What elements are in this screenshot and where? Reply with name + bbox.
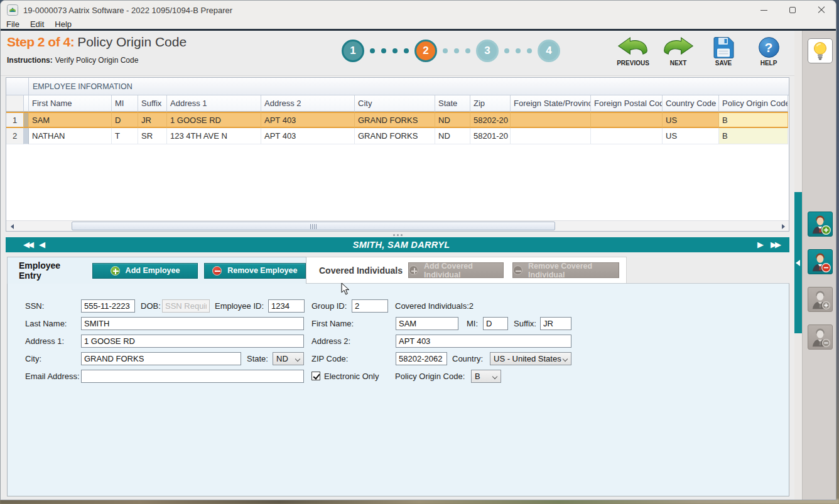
row2-first-name[interactable]: NATHAN (29, 128, 112, 144)
row2-state[interactable]: ND (435, 128, 470, 144)
instructions: Instructions:Verify Policy Origin Code (7, 56, 138, 65)
next-button[interactable]: NEXT (661, 33, 695, 67)
row2-city[interactable]: GRAND FORKS (355, 128, 435, 144)
col-policy-origin[interactable]: Policy Origin Code (719, 95, 788, 112)
maximize-button[interactable] (778, 1, 807, 19)
suffix-label: Suffix: (514, 317, 536, 330)
sidebar-collapse-handle[interactable] (794, 192, 802, 333)
remove-covered-individual-sidebar-button[interactable] (808, 324, 833, 350)
group-id-input[interactable] (352, 299, 388, 313)
row1-city[interactable]: GRAND FORKS (355, 112, 435, 128)
state-select[interactable]: ND (273, 352, 304, 365)
last-name-input[interactable] (81, 317, 304, 330)
mouse-cursor (341, 282, 350, 296)
col-state[interactable]: State (435, 95, 470, 112)
row2-address2[interactable]: APT 403 (261, 128, 355, 144)
remove-covered-individual-button[interactable]: Remove Covered Individual (512, 262, 619, 278)
menu-file[interactable]: File (6, 19, 19, 29)
grid-horizontal-scrollbar[interactable] (6, 220, 789, 231)
row2-suffix[interactable]: SR (138, 128, 167, 144)
add-employee-sidebar-button[interactable] (808, 212, 833, 237)
row2-foreign-state[interactable] (511, 128, 591, 144)
grid-group-title: EMPLOYEE INFORMATION (29, 78, 133, 95)
tab-band: Employee Entry Add Employee Remove Emplo… (1, 255, 794, 283)
help-button[interactable]: ? HELP (752, 33, 786, 67)
tip-lightbulb-button[interactable] (808, 38, 833, 63)
previous-button[interactable]: PREVIOUS (616, 33, 650, 67)
scroll-left-arrow[interactable] (7, 222, 17, 231)
row2-number[interactable]: 2 (6, 128, 24, 144)
panel-splitter-handle[interactable] (1, 232, 794, 237)
row2-policy-origin[interactable]: B (719, 128, 788, 144)
policy-origin-code-select[interactable]: B (471, 370, 501, 383)
mi-input[interactable] (483, 317, 508, 330)
col-city[interactable]: City (355, 95, 435, 112)
city-input[interactable] (81, 352, 241, 365)
employee-id-input[interactable] (268, 299, 305, 313)
row1-policy-origin[interactable]: B (719, 112, 788, 128)
menu-bar: File Edit Help (1, 19, 836, 31)
row1-foreign-state[interactable] (511, 112, 591, 128)
electronic-only-checkbox[interactable] (311, 372, 320, 380)
row2-indicator (24, 128, 29, 144)
current-record-name: SMITH, SAM DARRYL (45, 240, 757, 250)
row1-state[interactable]: ND (435, 112, 470, 128)
row1-zip[interactable]: 58202-20 (470, 112, 511, 128)
add-employee-button[interactable]: Add Employee (92, 263, 197, 279)
row2-mi[interactable]: T (112, 128, 138, 144)
row1-first-name[interactable]: SAM (29, 112, 112, 128)
col-foreign-state[interactable]: Foreign State/Province (511, 95, 591, 112)
first-name-input[interactable] (396, 317, 458, 330)
col-address2[interactable]: Address 2 (261, 95, 355, 112)
col-first-name[interactable]: First Name (29, 95, 112, 112)
zip-input[interactable] (396, 352, 447, 365)
address1-input[interactable] (81, 335, 304, 348)
next-record-button[interactable]: ▶ (757, 237, 764, 252)
minimize-button[interactable] (749, 1, 778, 19)
policy-origin-code-label: Policy Origin Code: (395, 370, 465, 383)
menu-help[interactable]: Help (55, 19, 72, 29)
close-button[interactable] (807, 1, 836, 19)
row2-foreign-postal[interactable] (591, 128, 663, 144)
add-covered-individual-sidebar-button[interactable] (808, 287, 833, 312)
last-record-button[interactable]: ▶▶ (771, 237, 779, 252)
row1-address2[interactable]: APT 403 (261, 112, 355, 128)
remove-covered-individual-label: Remove Covered Individual (528, 262, 619, 279)
row2-country[interactable]: US (663, 128, 719, 144)
menu-edit[interactable]: Edit (30, 19, 44, 29)
suffix-input[interactable] (540, 317, 571, 330)
col-address1[interactable]: Address 1 (167, 95, 261, 112)
dob-input[interactable] (162, 299, 210, 313)
save-button[interactable]: SAVE (706, 33, 740, 67)
ssn-input[interactable] (81, 299, 135, 313)
row1-suffix[interactable]: JR (138, 112, 167, 128)
row2-address1[interactable]: 123 4TH AVE N (167, 128, 261, 144)
row1-foreign-postal[interactable] (591, 112, 663, 128)
address1-label: Address 1: (25, 335, 64, 348)
country-select[interactable]: US - United States (490, 352, 571, 365)
col-foreign-postal[interactable]: Foreign Postal Code (591, 95, 663, 112)
row1-address1[interactable]: 1 GOOSE RD (167, 112, 261, 128)
previous-record-button[interactable]: ◀ (39, 237, 45, 252)
row1-mi[interactable]: D (112, 112, 138, 128)
row1-number[interactable]: 1 (6, 112, 24, 128)
remove-employee-sidebar-button[interactable] (808, 249, 833, 274)
address2-input[interactable] (396, 335, 571, 348)
scrollbar-thumb[interactable] (72, 222, 555, 230)
col-mi[interactable]: MI (112, 95, 138, 112)
page-title: Step 2 of 4:Policy Origin Code (7, 35, 187, 50)
tab-covered-individuals[interactable]: Covered Individuals Add Covered Individu… (306, 257, 627, 283)
plus-icon (409, 265, 418, 275)
tab-employee-entry[interactable]: Employee Entry Add Employee Remove Emplo… (7, 257, 306, 284)
first-record-button[interactable]: ◀◀ (23, 237, 32, 252)
row2-zip[interactable]: 58201-20 (470, 128, 511, 144)
col-suffix[interactable]: Suffix (138, 95, 167, 112)
scroll-right-arrow[interactable] (778, 222, 788, 231)
col-country-code[interactable]: Country Code (663, 95, 719, 112)
row1-country[interactable]: US (663, 112, 719, 128)
dot (443, 48, 448, 53)
remove-employee-button[interactable]: Remove Employee (204, 263, 306, 279)
col-zip[interactable]: Zip (470, 95, 511, 112)
email-input[interactable] (81, 370, 304, 383)
add-covered-individual-button[interactable]: Add Covered Individual (408, 262, 504, 278)
